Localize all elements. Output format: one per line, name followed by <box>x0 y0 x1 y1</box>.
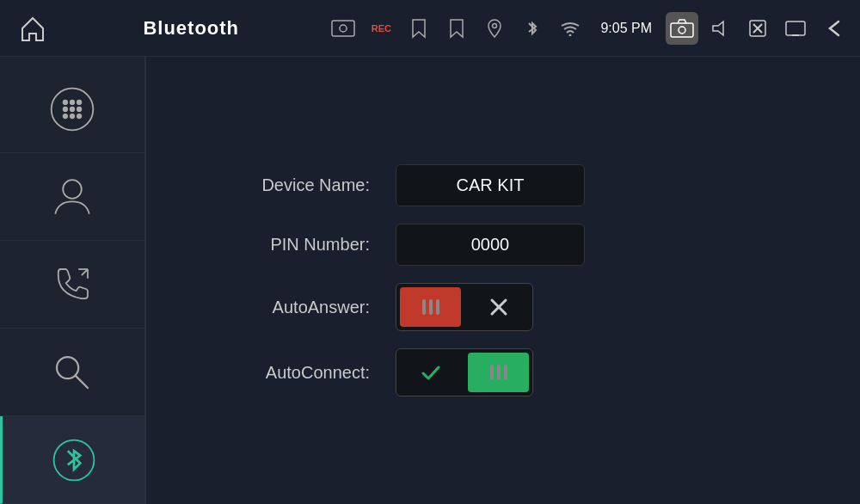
svg-point-15 <box>77 99 82 104</box>
check-icon <box>420 361 442 384</box>
autoanswer-row: AutoAnswer: <box>198 283 808 331</box>
svg-point-5 <box>679 27 685 34</box>
svg-rect-0 <box>332 21 354 36</box>
device-name-row: Device Name: CAR KIT <box>198 164 808 206</box>
autoconnect-label: AutoConnect: <box>198 363 370 383</box>
svg-point-16 <box>63 106 68 111</box>
autoanswer-toggle-on[interactable] <box>464 284 532 330</box>
svg-rect-10 <box>786 22 805 35</box>
device-name-label: Device Name: <box>198 175 370 195</box>
svg-rect-4 <box>671 23 693 37</box>
location-icon <box>478 12 511 45</box>
svg-point-13 <box>63 99 68 104</box>
sidebar-item-calls[interactable] <box>0 241 144 329</box>
bt-status-icon <box>516 12 549 45</box>
sidebar-item-search[interactable] <box>0 329 144 416</box>
autoanswer-toggle[interactable] <box>396 283 533 331</box>
svg-line-25 <box>82 269 88 275</box>
back-icon[interactable] <box>817 12 850 45</box>
image-rec-icon <box>327 12 359 45</box>
x-icon <box>488 296 510 318</box>
autoanswer-toggle-off[interactable] <box>396 284 464 330</box>
svg-point-17 <box>70 106 75 111</box>
lines-icon-2 <box>468 353 529 392</box>
svg-point-21 <box>77 113 82 118</box>
topbar: Bluetooth REC <box>0 0 860 57</box>
autoconnect-toggle[interactable] <box>396 348 533 396</box>
svg-point-22 <box>63 180 82 199</box>
autoconnect-row: AutoConnect: <box>198 348 808 396</box>
svg-point-3 <box>569 34 572 36</box>
svg-point-18 <box>77 106 82 111</box>
device-name-value[interactable]: CAR KIT <box>396 164 585 206</box>
svg-marker-6 <box>713 22 723 35</box>
autoanswer-label: AutoAnswer: <box>198 298 370 317</box>
rec-text-icon: REC <box>365 12 397 45</box>
svg-point-1 <box>340 25 347 32</box>
svg-line-27 <box>76 375 88 387</box>
topbar-icons: REC 9:05 PM <box>327 12 850 45</box>
topbar-time: 9:05 PM <box>600 21 652 36</box>
main-content: Device Name: CAR KIT PIN Number: 0000 Au… <box>146 57 860 504</box>
sidebar-item-bluetooth[interactable] <box>0 416 144 504</box>
camera-icon[interactable] <box>666 12 698 45</box>
svg-point-2 <box>493 23 497 28</box>
wifi-icon <box>554 12 587 45</box>
pin-number-row: PIN Number: 0000 <box>198 224 808 266</box>
topbar-title: Bluetooth <box>55 17 327 40</box>
sidebar-item-contacts[interactable] <box>0 153 144 241</box>
svg-point-14 <box>70 99 75 104</box>
volume-icon[interactable] <box>703 12 736 45</box>
svg-point-19 <box>63 113 68 118</box>
home-button[interactable] <box>10 0 55 57</box>
bookmark2-icon <box>440 12 473 45</box>
sidebar-item-apps[interactable] <box>0 65 144 153</box>
screen-icon[interactable] <box>779 12 812 45</box>
sidebar <box>0 57 146 504</box>
pin-label: PIN Number: <box>198 235 370 255</box>
lines-icon <box>400 287 461 327</box>
autoconnect-toggle-off[interactable] <box>396 349 464 396</box>
bookmark-icon <box>402 12 435 45</box>
close-icon[interactable] <box>741 12 774 45</box>
svg-point-20 <box>70 113 75 118</box>
autoconnect-toggle-on[interactable] <box>464 349 532 396</box>
pin-value[interactable]: 0000 <box>396 224 585 266</box>
